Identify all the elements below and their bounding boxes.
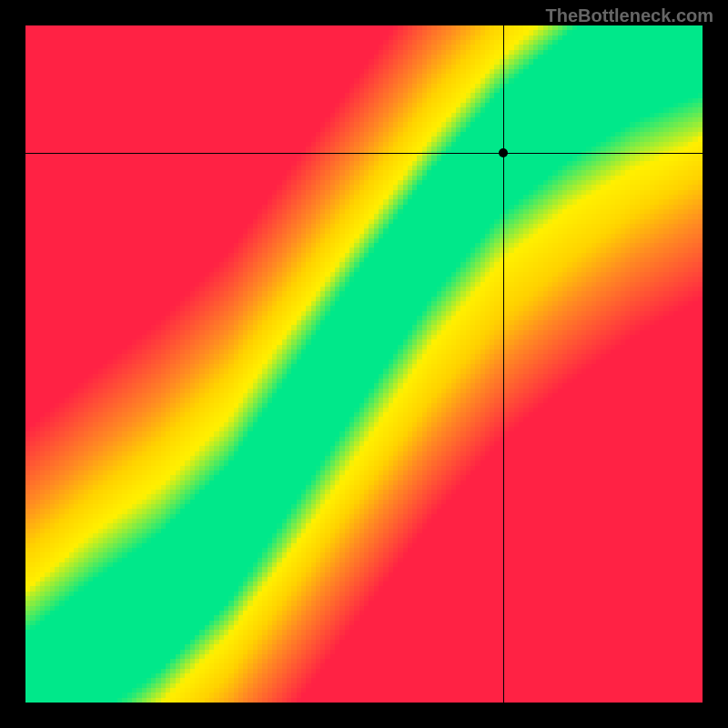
heatmap-plot [25,25,703,703]
marker-point [499,148,508,157]
watermark-text: TheBottleneck.com [546,5,713,26]
heatmap-canvas [25,25,703,703]
crosshair-vertical [503,25,504,703]
crosshair-horizontal [25,153,703,154]
